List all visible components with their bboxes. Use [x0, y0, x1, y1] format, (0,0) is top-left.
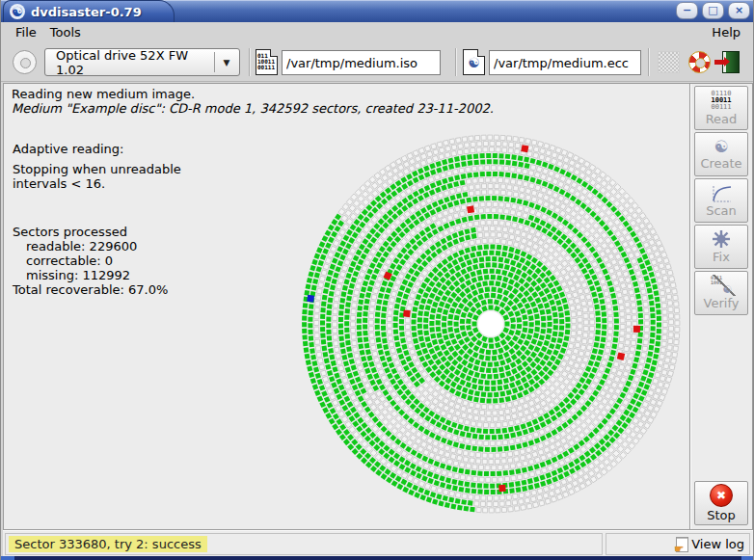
- verify-button-label: Verify: [704, 296, 740, 310]
- chevron-down-icon[interactable]: ▼: [214, 52, 238, 72]
- fix-button[interactable]: Fix: [694, 225, 748, 269]
- menubar: File Tools Help: [1, 22, 754, 42]
- status-line-medium-info: Medium "Example disc": CD-R mode 1, 3425…: [12, 101, 494, 116]
- menu-help[interactable]: Help: [705, 24, 747, 40]
- verify-button[interactable]: 0111 1001 ☯ Verify: [694, 271, 748, 315]
- content-panel: Reading new medium image. Medium "Exampl…: [3, 83, 753, 529]
- drive-select[interactable]: Optical drive 52X FW 1.02 ▼: [44, 48, 240, 76]
- read-icon: 01110 10011 00111: [711, 91, 731, 111]
- statusbar: Sector 333680, try 2: success ☛ View log: [3, 529, 753, 556]
- ecc-file-yinyang-icon: ☯: [464, 50, 484, 74]
- image-file-icon: 0111001100111: [256, 49, 278, 75]
- sectors-heading: Sectors processed: [13, 225, 181, 239]
- fix-button-label: Fix: [713, 250, 730, 264]
- verify-icon: 0111 1001 ☯: [711, 276, 732, 295]
- total-recoverable: Total recoverable: 67.0%: [13, 282, 181, 297]
- app-yinyang-icon: ☯: [10, 4, 25, 19]
- quit-button[interactable]: [716, 51, 741, 75]
- spacer: [13, 191, 181, 225]
- status-line-primary: Reading new medium image.: [12, 87, 195, 101]
- read-button[interactable]: 01110 10011 00111 Read: [694, 86, 748, 130]
- scan-button[interactable]: Scan: [694, 178, 748, 223]
- stopping-rule-line2: intervals < 16.: [13, 176, 181, 191]
- toolbar-separator: [249, 48, 251, 76]
- menu-file[interactable]: File: [9, 24, 43, 40]
- app-window: ☯ dvdisaster-0.79 − □ × File Tools Help …: [0, 0, 754, 560]
- ecc-file-icon: ☯: [463, 49, 485, 75]
- close-button[interactable]: ×: [728, 2, 750, 19]
- create-button-label: Create: [700, 156, 741, 171]
- scan-button-label: Scan: [706, 203, 737, 218]
- titlebar: ☯ dvdisaster-0.79 − □ ×: [1, 0, 754, 22]
- preferences-button[interactable]: [658, 51, 682, 75]
- pointing-hand-icon: ☛: [674, 544, 684, 554]
- statusbar-message-frame: Sector 333680, try 2: success: [5, 533, 603, 555]
- window-bottom-frame: [1, 556, 754, 560]
- scan-curve-icon: [711, 184, 732, 202]
- stop-button[interactable]: ✖ Stop: [694, 481, 748, 525]
- reading-info-panel: Adaptive reading: Stopping when unreadab…: [13, 142, 181, 297]
- ecc-file-input[interactable]: [489, 50, 641, 75]
- read-button-label: Read: [706, 112, 738, 126]
- image-file-icon-bits: 0111001100111: [257, 53, 275, 70]
- view-log-button[interactable]: ☛ View log: [606, 533, 750, 555]
- help-button[interactable]: [688, 51, 713, 75]
- statusbar-message: Sector 333680, try 2: success: [9, 536, 207, 552]
- image-file-input[interactable]: [282, 50, 441, 75]
- preferences-icon-disabled: [658, 51, 680, 73]
- toolbar: Optical drive 52X FW 1.02 ▼ 011100110011…: [1, 42, 754, 82]
- lifebelt-icon: [688, 51, 711, 73]
- create-button[interactable]: ☯ Create: [694, 132, 748, 176]
- fix-gear-icon: [712, 229, 731, 249]
- optical-disc-icon: [13, 50, 37, 74]
- stop-button-label: Stop: [707, 508, 736, 522]
- exit-arrow-icon: [714, 60, 724, 65]
- reading-mode-heading: Adaptive reading:: [13, 142, 181, 156]
- action-sidebar: 01110 10011 00111 Read ☯ Create Scan: [689, 84, 752, 529]
- maximize-button[interactable]: □: [702, 2, 724, 19]
- menu-tools[interactable]: Tools: [43, 24, 88, 40]
- log-document-icon: ☛: [676, 537, 688, 552]
- stopping-rule-line1: Stopping when unreadable: [13, 162, 181, 176]
- drive-select-value: Optical drive 52X FW 1.02: [45, 48, 214, 77]
- sectors-missing: missing: 112992: [13, 268, 181, 282]
- stop-x-icon: ✖: [710, 484, 733, 507]
- window-title: dvdisaster-0.79: [31, 5, 142, 19]
- title-tab: ☯ dvdisaster-0.79: [3, 0, 175, 22]
- toolbar-separator: [455, 48, 457, 76]
- exit-door-icon: [722, 51, 740, 73]
- create-yinyang-icon: ☯: [714, 138, 728, 155]
- sectors-readable: readable: 229600: [13, 239, 181, 253]
- view-log-label: View log: [691, 537, 744, 551]
- minimize-button[interactable]: −: [676, 2, 698, 19]
- toolbar-separator: [648, 48, 650, 76]
- sectors-correctable: correctable: 0: [13, 253, 181, 268]
- window-controls: − □ ×: [676, 2, 750, 19]
- disc-spiral-canvas: [289, 122, 698, 531]
